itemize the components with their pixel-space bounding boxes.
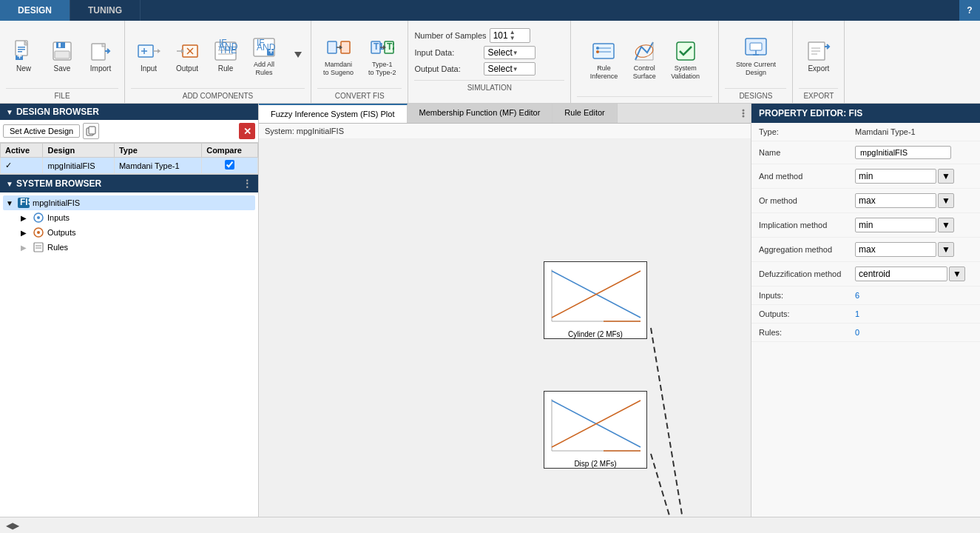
inputs-expand[interactable]: ▶ — [21, 214, 30, 222]
property-editor: PROPERTY EDITOR: FIS Type: Mamdani Type-… — [751, 104, 980, 517]
help-button[interactable]: ? — [959, 0, 980, 21]
sim-tools-label — [577, 96, 712, 100]
output-data-select[interactable]: Select ▼ — [484, 62, 535, 76]
export-icon — [807, 39, 831, 63]
prop-rules-label: Rules: — [759, 328, 855, 337]
system-browser-menu[interactable]: ⋮ — [242, 178, 252, 190]
scroll-right-btn[interactable]: ▶ — [13, 520, 19, 531]
rule-button[interactable]: IFANDTHEN Rule — [208, 36, 243, 76]
cylinder-node[interactable]: Cylinder (2 MFs) — [544, 261, 647, 339]
prop-impl-select-row: min ▼ — [855, 218, 954, 232]
file-section: + New Save Import FILE — [0, 21, 125, 103]
rule-inference-button[interactable]: RuleInference — [584, 36, 624, 84]
output-icon — [175, 39, 199, 63]
tree-inputs-item[interactable]: ▶ Inputs — [18, 210, 255, 225]
tree-rules-item[interactable]: ▶ Rules — [18, 240, 255, 255]
prop-type-label: Type: — [759, 127, 855, 136]
rule-inference-icon — [592, 39, 615, 63]
prop-type-value: Mamdani Type-1 — [855, 127, 916, 136]
num-samples-label: Number of Samples — [414, 31, 486, 40]
prop-inputs-value: 6 — [855, 291, 859, 300]
toolbar: + New Save Import FILE — [0, 21, 980, 104]
tab-tuning[interactable]: TUNING — [70, 0, 141, 21]
prop-or-select[interactable]: max — [855, 193, 936, 208]
tree-outputs-item[interactable]: ▶ Outputs — [18, 225, 255, 240]
col-design: Design — [43, 144, 114, 158]
col-compare: Compare — [202, 144, 258, 158]
export-label: Export — [808, 64, 829, 73]
save-button[interactable]: Save — [44, 36, 80, 76]
prop-and-select-row: min ▼ — [855, 169, 954, 184]
compare-checkbox[interactable] — [225, 160, 234, 170]
type1-to-type2-label: Type-1to Type-2 — [368, 61, 396, 77]
store-current-design-button[interactable]: Store CurrentDesign — [730, 33, 782, 80]
input-button[interactable]: Input — [131, 36, 166, 76]
prop-defuzz-select[interactable]: centroid — [855, 266, 947, 281]
outputs-expand[interactable]: ▶ — [21, 229, 30, 237]
center-tab-options[interactable] — [736, 104, 751, 123]
add-all-rules-label: Add AllRules — [254, 61, 274, 77]
rules-icon — [33, 241, 44, 253]
export-section-label: EXPORT — [799, 88, 838, 100]
spinner-down[interactable]: ▼ — [510, 36, 516, 41]
tree-root-item[interactable]: ▼ FIS mpgInitialFIS — [3, 195, 255, 210]
svg-rect-57 — [89, 127, 95, 134]
prop-impl-select[interactable]: min — [855, 218, 936, 232]
prop-and-select[interactable]: min — [855, 169, 936, 184]
mamdani-to-sugeno-button[interactable]: Mamdanito Sugeno — [317, 33, 359, 80]
disp-node[interactable]: Disp (2 MFs) — [544, 391, 647, 469]
simulation-label: SIMULATION — [414, 80, 564, 92]
control-surface-label: ControlSurface — [633, 64, 656, 81]
control-surface-button[interactable]: ControlSurface — [626, 36, 662, 84]
mamdani-to-sugeno-label: Mamdanito Sugeno — [323, 61, 354, 77]
output-button[interactable]: Output — [169, 36, 205, 76]
prop-defuzz-row: Defuzzification method centroid ▼ — [751, 262, 980, 286]
simulation-section: Number of Samples 101 ▲ ▼ Input Data: Se… — [408, 21, 571, 103]
root-expand[interactable]: ▼ — [6, 199, 15, 207]
prop-agg-arrow[interactable]: ▼ — [938, 242, 954, 257]
fis-diagram: Cylinder (2 MFs) Disp (2 MFs) — [259, 139, 751, 517]
system-browser-header[interactable]: ▼ SYSTEM BROWSER ⋮ — [0, 175, 258, 192]
prop-name-input[interactable] — [855, 146, 951, 159]
system-validation-button[interactable]: SystemValidation — [665, 36, 706, 84]
property-editor-header: PROPERTY EDITOR: FIS — [751, 104, 980, 123]
prop-and-arrow[interactable]: ▼ — [938, 169, 954, 184]
import-icon — [89, 39, 112, 63]
type1-to-type2-button[interactable]: T1T2 Type-1to Type-2 — [362, 33, 402, 80]
prop-or-arrow[interactable]: ▼ — [938, 193, 954, 208]
prop-agg-select-row: max ▼ — [855, 242, 954, 257]
import-button[interactable]: Import — [83, 36, 118, 76]
design-browser-header[interactable]: ▼ DESIGN BROWSER — [0, 104, 258, 120]
prop-or-row: Or method max ▼ — [751, 189, 980, 213]
set-active-design-button[interactable]: Set Active Design — [3, 124, 80, 138]
prop-agg-select[interactable]: max — [855, 242, 936, 257]
prop-defuzz-arrow[interactable]: ▼ — [949, 266, 965, 281]
svg-point-63 — [37, 231, 40, 234]
design-toolbar: Set Active Design ✕ — [0, 120, 258, 143]
tab-mf-editor[interactable]: Membership Function (MF) Editor — [408, 104, 553, 123]
svg-point-47 — [596, 50, 599, 53]
tab-rule-editor[interactable]: Rule Editor — [552, 104, 617, 123]
prop-outputs-row: Outputs: 1 — [751, 305, 980, 324]
tab-design[interactable]: DESIGN — [0, 0, 70, 21]
scroll-left-btn[interactable]: ◀ — [6, 520, 13, 531]
prop-impl-arrow[interactable]: ▼ — [938, 218, 954, 232]
svg-marker-34 — [294, 52, 302, 58]
prop-impl-label: Implication method — [759, 221, 855, 229]
input-data-select[interactable]: Select ▼ — [484, 46, 535, 59]
add-all-rules-button[interactable]: IFAND+ Add AllRules — [246, 33, 282, 80]
export-button[interactable]: Export — [801, 36, 837, 76]
new-button[interactable]: + New — [6, 36, 41, 76]
input-label: Input — [141, 64, 157, 73]
system-validation-label: SystemValidation — [671, 64, 700, 81]
copy-design-button[interactable] — [83, 123, 99, 139]
designs-label: DESIGNS — [725, 88, 786, 100]
close-design-button[interactable]: ✕ — [239, 123, 255, 139]
tab-fis-plot[interactable]: Fuzzy Inference System (FIS) Plot — [259, 104, 408, 123]
rules-expand[interactable]: ▶ — [21, 244, 30, 252]
design-row[interactable]: ✓ mpgInitialFIS Mamdani Type-1 — [1, 158, 258, 174]
input-icon — [137, 39, 160, 63]
add-components-dropdown[interactable] — [291, 43, 305, 70]
num-samples-input[interactable]: 101 ▲ ▼ — [490, 28, 530, 43]
convert-fis-label: CONVERT FIS — [317, 88, 402, 100]
